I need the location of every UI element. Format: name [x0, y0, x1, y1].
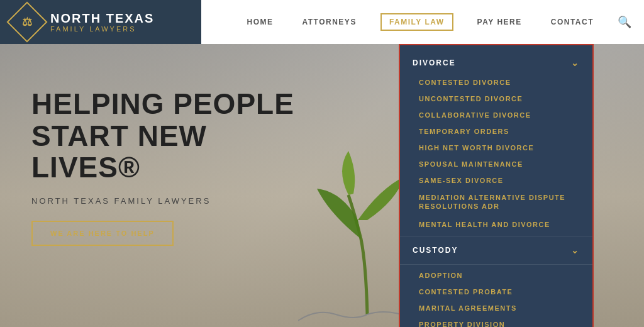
- hero-content: HELPING PEOPLESTART NEWLIVES® NORTH TEXA…: [31, 88, 294, 246]
- dropdown-property-division[interactable]: PROPERTY DIVISION: [400, 316, 592, 327]
- dropdown-collaborative-divorce[interactable]: COLLABORATIVE DIVORCE: [400, 107, 592, 123]
- dropdown-mediation-adr[interactable]: MEDIATION ALTERNATIVE DISPUTE RESOLUTION…: [400, 189, 592, 216]
- nav-contact[interactable]: CONTACT: [546, 14, 599, 30]
- header: ⚖ NORTH TEXAS FAMILY LAWYERS HOME ATTORN…: [0, 0, 644, 44]
- custody-label: CUSTODY: [413, 246, 458, 255]
- nav-pay-here[interactable]: PAY HERE: [472, 14, 527, 30]
- nav-home[interactable]: HOME: [242, 14, 278, 30]
- logo-text: NORTH TEXAS FAMILY LAWYERS: [50, 11, 154, 33]
- search-icon[interactable]: 🔍: [618, 15, 631, 29]
- nav-family-law[interactable]: FAMILY LAW: [380, 13, 453, 31]
- divorce-chevron: ⌄: [571, 58, 580, 68]
- main-nav: HOME ATTORNEYS FAMILY LAW PAY HERE CONTA…: [201, 0, 644, 44]
- custody-section-header[interactable]: CUSTODY ⌄: [400, 239, 592, 262]
- dropdown-divider-2: [400, 264, 592, 265]
- logo-icon: ⚖: [6, 1, 47, 42]
- family-law-dropdown: DIVORCE ⌄ CONTESTED DIVORCE UNCONTESTED …: [399, 44, 594, 327]
- logo-title: NORTH TEXAS: [50, 11, 154, 25]
- dropdown-contested-divorce[interactable]: CONTESTED DIVORCE: [400, 74, 592, 91]
- logo-area[interactable]: ⚖ NORTH TEXAS FAMILY LAWYERS: [0, 0, 201, 44]
- dropdown-mental-health-divorce[interactable]: MENTAL HEALTH AND DIVORCE: [400, 216, 592, 233]
- dropdown-temporary-orders[interactable]: TEMPORARY ORDERS: [400, 123, 592, 140]
- hero-heading: HELPING PEOPLESTART NEWLIVES®: [31, 88, 294, 184]
- dropdown-adoption[interactable]: ADOPTION: [400, 267, 592, 284]
- dropdown-same-sex-divorce[interactable]: SAME-SEX DIVORCE: [400, 172, 592, 189]
- dropdown-marital-agreements[interactable]: MARITAL AGREEMENTS: [400, 300, 592, 316]
- divorce-label: DIVORCE: [413, 58, 456, 67]
- logo-symbol: ⚖: [22, 15, 32, 29]
- dropdown-contested-probate[interactable]: CONTESTED PROBATE: [400, 284, 592, 300]
- dropdown-spousal-maintenance[interactable]: SPOUSAL MAINTENANCE: [400, 156, 592, 172]
- custody-chevron: ⌄: [571, 245, 580, 255]
- dropdown-divider-1: [400, 236, 592, 236]
- logo-subtitle: FAMILY LAWYERS: [50, 25, 154, 33]
- dropdown-high-net-worth[interactable]: HIGH NET WORTH DIVORCE: [400, 140, 592, 156]
- hero-subheading: NORTH TEXAS FAMILY LAWYERS: [31, 196, 294, 206]
- cta-button[interactable]: WE ARE HERE TO HELP: [31, 221, 174, 246]
- nav-attorneys[interactable]: ATTORNEYS: [297, 14, 361, 30]
- dropdown-uncontested-divorce[interactable]: UNCONTESTED DIVORCE: [400, 91, 592, 107]
- divorce-section-header[interactable]: DIVORCE ⌄: [400, 52, 592, 74]
